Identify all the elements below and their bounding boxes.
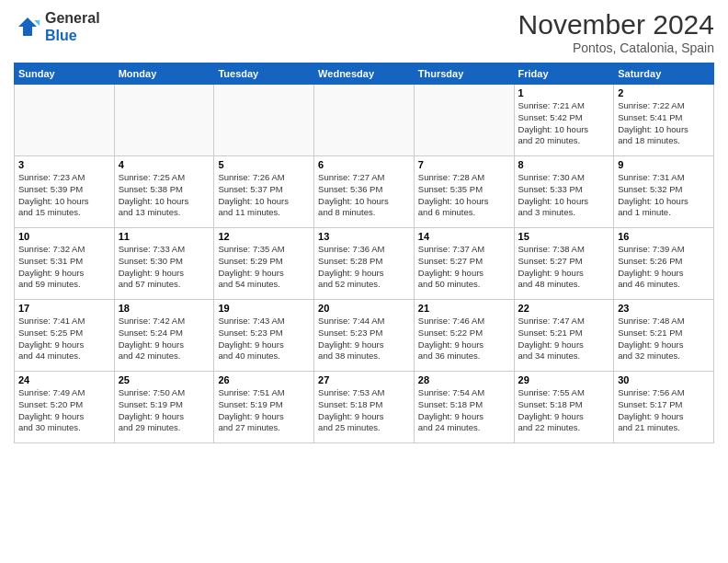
day-number: 27 bbox=[318, 374, 410, 385]
calendar-cell: 6Sunrise: 7:27 AMSunset: 5:36 PMDaylight… bbox=[314, 156, 415, 228]
day-info: Sunrise: 7:43 AMSunset: 5:23 PMDaylight:… bbox=[218, 316, 310, 362]
calendar-cell: 20Sunrise: 7:44 AMSunset: 5:23 PMDayligh… bbox=[314, 300, 415, 372]
day-info: Sunrise: 7:26 AMSunset: 5:37 PMDaylight:… bbox=[218, 172, 310, 219]
day-number: 17 bbox=[18, 303, 110, 314]
day-number: 19 bbox=[218, 303, 310, 314]
day-info: Sunrise: 7:56 AMSunset: 5:17 PMDaylight:… bbox=[618, 387, 710, 434]
day-number: 24 bbox=[18, 374, 110, 385]
day-info: Sunrise: 7:22 AMSunset: 5:41 PMDaylight:… bbox=[618, 100, 710, 147]
day-number: 30 bbox=[618, 374, 710, 385]
month-title: November 2024 bbox=[518, 9, 714, 40]
calendar-cell: 27Sunrise: 7:53 AMSunset: 5:18 PMDayligh… bbox=[314, 372, 415, 443]
calendar-cell: 29Sunrise: 7:55 AMSunset: 5:18 PMDayligh… bbox=[514, 372, 614, 443]
day-info: Sunrise: 7:49 AMSunset: 5:20 PMDaylight:… bbox=[18, 387, 110, 434]
day-number: 15 bbox=[518, 231, 610, 242]
day-number: 29 bbox=[518, 374, 610, 385]
day-number: 25 bbox=[119, 374, 210, 385]
day-number: 1 bbox=[518, 87, 610, 98]
calendar-cell: 4Sunrise: 7:25 AMSunset: 5:38 PMDaylight… bbox=[114, 156, 214, 228]
day-number: 26 bbox=[218, 374, 310, 385]
day-number: 28 bbox=[418, 374, 510, 385]
day-number: 8 bbox=[518, 159, 610, 170]
day-number: 10 bbox=[18, 231, 110, 242]
calendar-cell: 8Sunrise: 7:30 AMSunset: 5:33 PMDaylight… bbox=[514, 156, 614, 228]
logo-text: General Blue bbox=[45, 9, 100, 44]
day-info: Sunrise: 7:33 AMSunset: 5:30 PMDaylight:… bbox=[119, 244, 210, 291]
day-info: Sunrise: 7:37 AMSunset: 5:27 PMDaylight:… bbox=[418, 244, 510, 291]
day-info: Sunrise: 7:21 AMSunset: 5:42 PMDaylight:… bbox=[518, 100, 610, 147]
day-info: Sunrise: 7:23 AMSunset: 5:39 PMDaylight:… bbox=[18, 172, 110, 219]
calendar-cell: 17Sunrise: 7:41 AMSunset: 5:25 PMDayligh… bbox=[15, 300, 115, 372]
day-number: 6 bbox=[318, 159, 410, 170]
day-info: Sunrise: 7:55 AMSunset: 5:18 PMDaylight:… bbox=[518, 387, 610, 434]
calendar-cell: 13Sunrise: 7:36 AMSunset: 5:28 PMDayligh… bbox=[314, 228, 415, 300]
day-number: 9 bbox=[618, 159, 710, 170]
day-number: 14 bbox=[418, 231, 510, 242]
calendar-cell: 7Sunrise: 7:28 AMSunset: 5:35 PMDaylight… bbox=[414, 156, 514, 228]
calendar-cell: 19Sunrise: 7:43 AMSunset: 5:23 PMDayligh… bbox=[214, 300, 314, 372]
day-info: Sunrise: 7:27 AMSunset: 5:36 PMDaylight:… bbox=[318, 172, 410, 219]
calendar-cell: 16Sunrise: 7:39 AMSunset: 5:26 PMDayligh… bbox=[614, 228, 714, 300]
calendar-cell: 11Sunrise: 7:33 AMSunset: 5:30 PMDayligh… bbox=[114, 228, 214, 300]
calendar-table: SundayMondayTuesdayWednesdayThursdayFrid… bbox=[14, 63, 714, 443]
day-info: Sunrise: 7:30 AMSunset: 5:33 PMDaylight:… bbox=[518, 172, 610, 219]
day-number: 23 bbox=[618, 303, 710, 314]
day-info: Sunrise: 7:50 AMSunset: 5:19 PMDaylight:… bbox=[119, 387, 210, 434]
logo-icon bbox=[14, 13, 41, 40]
day-number: 3 bbox=[18, 159, 110, 170]
day-number: 5 bbox=[218, 159, 310, 170]
logo-blue: Blue bbox=[45, 27, 100, 44]
day-info: Sunrise: 7:39 AMSunset: 5:26 PMDaylight:… bbox=[618, 244, 710, 291]
weekday-header-wednesday: Wednesday bbox=[314, 63, 415, 85]
weekday-header-monday: Monday bbox=[114, 63, 214, 85]
day-number: 18 bbox=[119, 303, 210, 314]
logo: General Blue bbox=[14, 9, 100, 44]
day-number: 7 bbox=[418, 159, 510, 170]
day-info: Sunrise: 7:54 AMSunset: 5:18 PMDaylight:… bbox=[418, 387, 510, 434]
location: Pontos, Catalonia, Spain bbox=[518, 40, 714, 55]
calendar-cell bbox=[314, 85, 415, 156]
calendar-cell: 22Sunrise: 7:47 AMSunset: 5:21 PMDayligh… bbox=[514, 300, 614, 372]
day-info: Sunrise: 7:35 AMSunset: 5:29 PMDaylight:… bbox=[218, 244, 310, 291]
title-area: November 2024 Pontos, Catalonia, Spain bbox=[518, 9, 714, 55]
day-info: Sunrise: 7:36 AMSunset: 5:28 PMDaylight:… bbox=[318, 244, 410, 291]
calendar-cell bbox=[15, 85, 115, 156]
calendar-cell: 3Sunrise: 7:23 AMSunset: 5:39 PMDaylight… bbox=[15, 156, 115, 228]
day-number: 21 bbox=[418, 303, 510, 314]
page-header: General Blue November 2024 Pontos, Catal… bbox=[14, 9, 714, 55]
weekday-header-row: SundayMondayTuesdayWednesdayThursdayFrid… bbox=[15, 63, 714, 85]
calendar-cell bbox=[114, 85, 214, 156]
calendar-cell: 12Sunrise: 7:35 AMSunset: 5:29 PMDayligh… bbox=[214, 228, 314, 300]
day-info: Sunrise: 7:46 AMSunset: 5:22 PMDaylight:… bbox=[418, 316, 510, 362]
calendar-cell: 21Sunrise: 7:46 AMSunset: 5:22 PMDayligh… bbox=[414, 300, 514, 372]
calendar-week-0: 1Sunrise: 7:21 AMSunset: 5:42 PMDaylight… bbox=[15, 85, 714, 156]
calendar-cell: 23Sunrise: 7:48 AMSunset: 5:21 PMDayligh… bbox=[614, 300, 714, 372]
calendar-cell: 5Sunrise: 7:26 AMSunset: 5:37 PMDaylight… bbox=[214, 156, 314, 228]
weekday-header-tuesday: Tuesday bbox=[214, 63, 314, 85]
weekday-header-sunday: Sunday bbox=[15, 63, 115, 85]
weekday-header-thursday: Thursday bbox=[414, 63, 514, 85]
day-info: Sunrise: 7:44 AMSunset: 5:23 PMDaylight:… bbox=[318, 316, 410, 362]
calendar-cell: 9Sunrise: 7:31 AMSunset: 5:32 PMDaylight… bbox=[614, 156, 714, 228]
calendar-week-3: 17Sunrise: 7:41 AMSunset: 5:25 PMDayligh… bbox=[15, 300, 714, 372]
calendar-cell bbox=[414, 85, 514, 156]
calendar-cell: 10Sunrise: 7:32 AMSunset: 5:31 PMDayligh… bbox=[15, 228, 115, 300]
day-number: 12 bbox=[218, 231, 310, 242]
day-number: 2 bbox=[618, 87, 710, 98]
weekday-header-friday: Friday bbox=[514, 63, 614, 85]
calendar-cell: 2Sunrise: 7:22 AMSunset: 5:41 PMDaylight… bbox=[614, 85, 714, 156]
calendar-cell bbox=[214, 85, 314, 156]
day-info: Sunrise: 7:51 AMSunset: 5:19 PMDaylight:… bbox=[218, 387, 310, 434]
calendar-cell: 18Sunrise: 7:42 AMSunset: 5:24 PMDayligh… bbox=[114, 300, 214, 372]
day-info: Sunrise: 7:28 AMSunset: 5:35 PMDaylight:… bbox=[418, 172, 510, 219]
calendar-cell: 25Sunrise: 7:50 AMSunset: 5:19 PMDayligh… bbox=[114, 372, 214, 443]
day-info: Sunrise: 7:53 AMSunset: 5:18 PMDaylight:… bbox=[318, 387, 410, 434]
day-info: Sunrise: 7:48 AMSunset: 5:21 PMDaylight:… bbox=[618, 316, 710, 362]
calendar-cell: 14Sunrise: 7:37 AMSunset: 5:27 PMDayligh… bbox=[414, 228, 514, 300]
day-info: Sunrise: 7:41 AMSunset: 5:25 PMDaylight:… bbox=[18, 316, 110, 362]
calendar-cell: 26Sunrise: 7:51 AMSunset: 5:19 PMDayligh… bbox=[214, 372, 314, 443]
calendar-week-2: 10Sunrise: 7:32 AMSunset: 5:31 PMDayligh… bbox=[15, 228, 714, 300]
day-number: 4 bbox=[119, 159, 210, 170]
weekday-header-saturday: Saturday bbox=[614, 63, 714, 85]
day-info: Sunrise: 7:25 AMSunset: 5:38 PMDaylight:… bbox=[119, 172, 210, 219]
